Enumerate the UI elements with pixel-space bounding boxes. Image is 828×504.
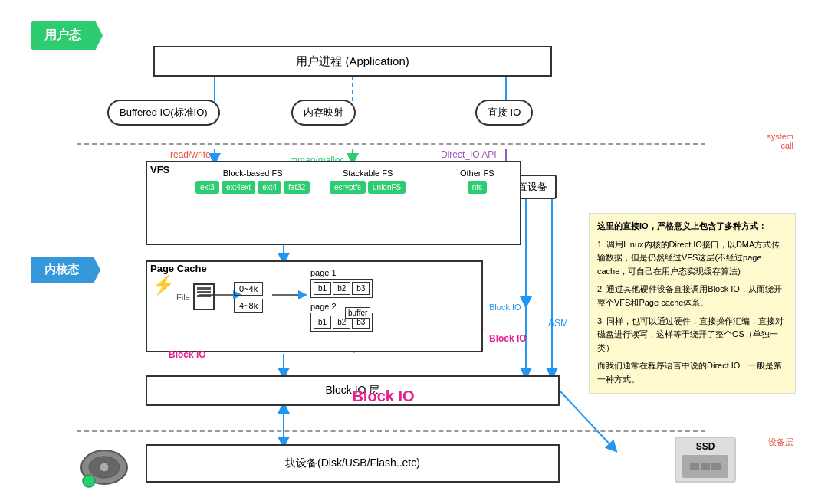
direct-io-cloud: 直接 IO xyxy=(475,100,533,126)
block-io-bottom-label: Block IO xyxy=(169,349,206,360)
mmap-cloud: 内存映射 xyxy=(291,100,356,126)
note-item-4: 而我们通常在程序语言中说的Direct IO，一般是第一种方式。 xyxy=(597,359,787,386)
user-process-box: 用户进程 (Application) xyxy=(153,46,552,77)
other-fs-buttons: nfs xyxy=(468,181,487,194)
svg-point-19 xyxy=(83,475,95,487)
page1-b2: b2 xyxy=(333,282,350,295)
hdd-icon xyxy=(77,444,132,490)
ssd-inner xyxy=(682,455,728,478)
svg-point-18 xyxy=(100,463,109,472)
page-cache-label: Page Cache xyxy=(150,263,207,274)
file-label: File xyxy=(176,293,190,302)
fs-btn-ext4ext: ext4ext xyxy=(222,181,255,194)
fs-btn-ext3: ext3 xyxy=(196,181,219,194)
readwrite-label: read/write xyxy=(170,149,211,160)
block-io-banner: Block IO xyxy=(192,388,575,405)
block-based-fs-section: Block-based FS ext3 ext4ext ext4 fat32 xyxy=(196,169,310,194)
user-space-label: 用户态 xyxy=(31,21,103,50)
stackable-fs-section: Stackable FS ecryptfs unionFS xyxy=(330,169,406,194)
other-fs-section: Other FS nfs xyxy=(460,169,495,194)
block-page-arrow xyxy=(272,287,310,303)
page2-group: page 2 b1 b2 b3 buffer xyxy=(310,302,373,332)
note-item-2: 2. 通过其他硬件设备直接调用Block IO，从而绕开整个VFS和Page c… xyxy=(597,283,787,309)
note-item-1: 1. 调用Linux内核的Direct IO接口，以DMA方式传输数据，但是仍然… xyxy=(597,238,787,279)
file-blocks: 0~4k 4~8k xyxy=(234,282,263,313)
block-fs-buttons: ext3 ext4ext ext4 fat32 xyxy=(196,181,310,194)
other-fs-label: Other FS xyxy=(460,169,495,178)
page1-label: page 1 xyxy=(310,268,373,277)
stackable-fs-buttons: ecryptfs unionFS xyxy=(330,181,406,194)
device-divider xyxy=(77,430,705,432)
block-fs-label: Block-based FS xyxy=(223,169,283,178)
fs-btn-fat32: fat32 xyxy=(284,181,310,194)
note-title: 这里的直接IO，严格意义上包含了多种方式： xyxy=(597,220,787,234)
stackable-fs-label: Stackable FS xyxy=(343,169,393,178)
ssd-box: SSD xyxy=(675,437,736,483)
fs-btn-unionfs: unionFS xyxy=(368,181,406,194)
ssd-chips xyxy=(688,461,722,472)
syscall-label: system call xyxy=(767,132,794,150)
device-box: 块设备(Disk/USB/Flash..etc) xyxy=(146,444,560,483)
device-layer-label: 设备层 xyxy=(768,437,794,448)
page1-group: page 1 b1 b2 b3 xyxy=(310,268,373,298)
asm-label: ASM xyxy=(548,318,568,329)
block-io-right-mid: Block IO xyxy=(489,333,527,344)
direct-io-api-label: Direct_IO API xyxy=(441,149,497,160)
lightning-icon: ⚡ xyxy=(152,274,175,296)
buffer-label: buffer xyxy=(345,307,370,319)
kernel-space-label: 内核态 xyxy=(31,257,100,283)
page-boxes: page 1 b1 b2 b3 page 2 b1 b2 b3 buffer xyxy=(310,268,373,332)
page1-cells: b1 b2 b3 xyxy=(310,279,373,298)
page2-cells: b1 b2 b3 buffer xyxy=(310,313,373,332)
vfs-label: VFS xyxy=(150,164,169,175)
block-range-1: 0~4k xyxy=(234,282,263,296)
block-io-right-top: Block IO xyxy=(489,303,521,312)
fs-btn-ext4: ext4 xyxy=(258,181,281,194)
main-container: 用户态 内核态 system call 设备层 用户进程 (Applicatio… xyxy=(0,0,828,504)
page1-b3: b3 xyxy=(352,282,370,295)
fs-btn-ecryptfs: ecryptfs xyxy=(330,181,366,194)
page2-b1: b1 xyxy=(314,316,331,329)
syscall-divider xyxy=(77,143,705,145)
note-box: 这里的直接IO，严格意义上包含了多种方式： 1. 调用Linux内核的Direc… xyxy=(589,213,796,394)
buffered-io-cloud: Buffered IO(标准IO) xyxy=(107,100,220,126)
fs-btn-nfs: nfs xyxy=(468,181,487,194)
page1-b1: b1 xyxy=(314,282,331,295)
block-range-2: 4~8k xyxy=(234,299,263,313)
note-item-3: 3. 同样，也可以通过硬件，直接操作汇编，直接对磁盘进行读写，这样等于绕开了整个… xyxy=(597,315,787,355)
